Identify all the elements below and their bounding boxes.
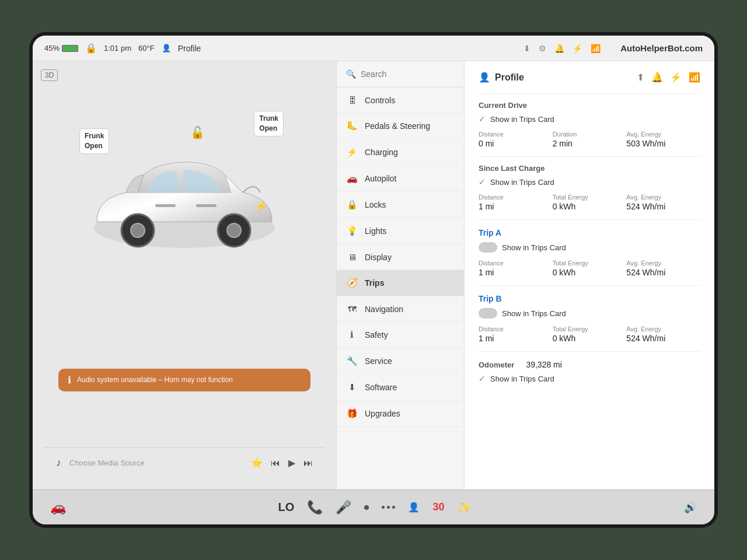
- trip-b-total-energy-value: 0 kWh: [553, 334, 627, 343]
- trips-icon: 🧭: [346, 278, 358, 288]
- search-bar: 🔍: [337, 61, 464, 88]
- status-bar-right: ⬇ ⚙ 🔔 ⚡ 📶 AutoHelperBot.com: [523, 43, 703, 53]
- profile-icon: 👤: [162, 44, 171, 52]
- duration-label: Duration: [553, 131, 627, 138]
- trip-a-title: Trip A: [479, 228, 700, 237]
- star-icon[interactable]: ⭐: [251, 457, 263, 468]
- screen-outer: 45% 🔒 1:01 pm 60°F 👤 Profile ⬇ ⚙ 🔔 ⚡ 📶 A…: [29, 32, 718, 528]
- taskbar-car-icon[interactable]: 🚗: [50, 500, 66, 515]
- menu-item-upgrades[interactable]: 🎁 Upgrades: [337, 401, 464, 427]
- safety-icon: ℹ: [346, 330, 358, 340]
- service-icon: 🔧: [346, 356, 358, 366]
- menu-item-controls[interactable]: 🎛 Controls: [337, 88, 464, 113]
- bluetooth-icon: ⚡: [573, 44, 582, 53]
- profile-icon-detail: 👤: [479, 72, 490, 83]
- pedals-label: Pedals & Steering: [365, 121, 430, 131]
- taskbar-calendar-icon[interactable]: 30: [432, 501, 444, 513]
- trip-a-trips-card-row[interactable]: Show in Trips Card: [479, 242, 700, 253]
- skip-forward-icon[interactable]: ⏭: [303, 458, 313, 468]
- trip-a-stats: Distance 1 mi Total Energy 0 kWh Avg. En…: [479, 260, 700, 277]
- search-icon: 🔍: [346, 69, 356, 79]
- trip-a-distance-value: 1 mi: [479, 268, 553, 277]
- signal-icon: 📶: [591, 44, 601, 53]
- menu-item-locks[interactable]: 🔒 Locks: [337, 192, 464, 218]
- since-last-charge-trips-label: Show in Trips Card: [490, 178, 554, 187]
- avg-energy-value-1: 503 Wh/mi: [626, 139, 700, 148]
- notification-text: Audio system unavailable – Horn may not …: [77, 376, 233, 384]
- trip-a-distance: Distance 1 mi: [479, 260, 553, 277]
- status-bar-left: 45% 🔒 1:01 pm 60°F 👤 Profile: [44, 43, 201, 54]
- since-last-charge-trips-card-row[interactable]: ✓ Show in Trips Card: [479, 177, 700, 187]
- slc-avg-energy-value: 524 Wh/mi: [626, 202, 700, 211]
- svg-point-2: [131, 223, 145, 237]
- bluetooth-icon-detail[interactable]: ⚡: [670, 72, 682, 83]
- menu-item-navigation[interactable]: 🗺 Navigation: [337, 296, 464, 322]
- menu-item-safety[interactable]: ℹ Safety: [337, 322, 464, 348]
- slc-distance-label: Distance: [479, 194, 553, 201]
- current-drive-label: Current Drive: [479, 101, 700, 110]
- taskbar-voice-icon[interactable]: 🎤: [336, 500, 351, 515]
- car-svg: ⚡: [79, 134, 289, 262]
- taskbar-left: 🚗: [50, 500, 66, 515]
- trip-a-trips-label: Show in Trips Card: [502, 243, 566, 252]
- menu-item-autopilot[interactable]: 🚗 Autopilot: [337, 166, 464, 192]
- trip-b-distance-label: Distance: [479, 326, 553, 332]
- media-controls: ⭐ ⏮ ▶ ⏭: [251, 457, 313, 468]
- odometer-trips-label: Show in Trips Card: [490, 374, 554, 383]
- status-bar: 45% 🔒 1:01 pm 60°F 👤 Profile ⬇ ⚙ 🔔 ⚡ 📶 A…: [33, 36, 714, 61]
- menu-item-trips[interactable]: 🧭 Trips: [337, 270, 464, 296]
- skip-back-icon[interactable]: ⏮: [271, 458, 280, 468]
- detail-header: 👤 Profile ⬆ 🔔 ⚡ 📶: [479, 72, 700, 83]
- taskbar-contacts-icon[interactable]: 👤: [408, 502, 420, 513]
- locks-label: Locks: [365, 200, 386, 209]
- taskbar-phone-icon[interactable]: 📞: [307, 500, 323, 515]
- signal-icon-detail[interactable]: 📶: [689, 72, 700, 83]
- since-last-charge-label: Since Last Charge: [479, 164, 700, 173]
- menu-item-pedals[interactable]: 🦶 Pedals & Steering: [337, 113, 464, 139]
- divider-4: [479, 285, 700, 286]
- trip-b-total-energy-label: Total Energy: [553, 326, 627, 332]
- trip-b-toggle[interactable]: [479, 308, 497, 318]
- detail-panel: 👤 Profile ⬆ 🔔 ⚡ 📶 Current Drive ✓: [465, 61, 714, 489]
- menu-item-charging[interactable]: ⚡ Charging: [337, 139, 464, 166]
- current-drive-trips-card-row[interactable]: ✓ Show in Trips Card: [479, 114, 700, 124]
- menu-item-service[interactable]: 🔧 Service: [337, 348, 464, 374]
- taskbar-sparkle-icon[interactable]: ✨: [457, 501, 472, 514]
- search-input[interactable]: [361, 69, 463, 79]
- media-bar: ♪ Choose Media Source ⭐ ⏮ ▶ ⏭: [44, 447, 324, 478]
- trip-b-trips-card-row[interactable]: Show in Trips Card: [479, 308, 700, 318]
- upload-icon[interactable]: ⬆: [637, 72, 644, 83]
- menu-item-software[interactable]: ⬇ Software: [337, 374, 464, 401]
- music-icon: ♪: [56, 457, 61, 469]
- battery-bar: [62, 45, 78, 52]
- software-label: Software: [365, 383, 397, 392]
- car-image-container: FrunkOpen TrunkOpen 🔓: [44, 73, 324, 318]
- trip-a-toggle[interactable]: [479, 242, 497, 253]
- display-label: Display: [365, 253, 392, 262]
- volume-icon[interactable]: 🔊: [684, 501, 697, 514]
- taskbar-three-dots: [382, 506, 395, 509]
- notification-banner: ℹ Audio system unavailable – Horn may no…: [58, 369, 310, 391]
- time-display: 1:01 pm: [104, 44, 131, 52]
- since-last-charge-stats: Distance 1 mi Total Energy 0 kWh Avg. En…: [479, 194, 700, 211]
- menu-item-lights[interactable]: 💡 Lights: [337, 218, 464, 244]
- taskbar: 🚗 LO 📞 🎤 👤 30 ✨ 🔊: [33, 489, 714, 524]
- odometer-trips-card-row[interactable]: ✓ Show in Trips Card: [479, 374, 700, 383]
- profile-button[interactable]: Profile: [178, 44, 201, 53]
- taskbar-lo-label: LO: [278, 501, 295, 514]
- trip-a-section: Trip A Show in Trips Card Distance 1 mi …: [479, 228, 700, 277]
- slc-distance-value: 1 mi: [479, 202, 553, 211]
- slc-avg-energy: Avg. Energy 524 Wh/mi: [626, 194, 700, 211]
- menu-item-display[interactable]: 🖥 Display: [337, 244, 464, 270]
- play-icon[interactable]: ▶: [288, 457, 295, 468]
- display-icon: 🖥: [346, 252, 358, 262]
- trips-label: Trips: [365, 278, 384, 288]
- current-drive-checkmark: ✓: [479, 114, 486, 124]
- divider-3: [479, 219, 700, 220]
- media-source-label[interactable]: Choose Media Source: [69, 459, 243, 467]
- odometer-label: Odometer: [479, 360, 514, 369]
- bell-icon-detail[interactable]: 🔔: [651, 72, 663, 83]
- trip-a-avg-energy-label: Avg. Energy: [626, 260, 700, 267]
- current-drive-stats: Distance 0 mi Duration 2 min Avg. Energy…: [479, 131, 700, 148]
- trunk-open-label: TrunkOpen: [254, 111, 284, 136]
